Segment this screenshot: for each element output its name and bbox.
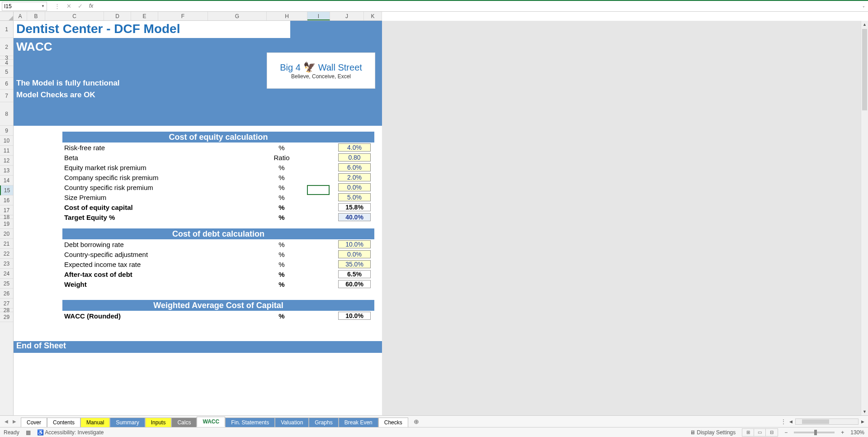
view-page-break-icon[interactable]: ⊟ (766, 429, 778, 436)
sheet-tab-inputs[interactable]: Inputs (145, 418, 172, 427)
sheet-tab-valuation[interactable]: Valuation (275, 418, 309, 427)
row-value[interactable]: 0.0% (338, 183, 371, 191)
row-value[interactable]: 60.0% (338, 280, 371, 288)
row-header-2[interactable]: 2 (0, 38, 13, 56)
scroll-down-icon[interactable]: ▼ (861, 408, 868, 415)
row-header-21[interactable]: 21 (0, 239, 13, 249)
row-header-15[interactable]: 15 (0, 185, 13, 195)
status-ready: Ready (4, 429, 19, 436)
row-label: Country specific risk premium (62, 184, 252, 191)
row-header-7[interactable]: 7 (0, 90, 13, 102)
row-header-6[interactable]: 6 (0, 78, 13, 90)
col-header-J[interactable]: J (330, 12, 364, 20)
row-value[interactable]: 10.0% (338, 240, 371, 248)
row-header-23[interactable]: 23 (0, 259, 13, 269)
scroll-thumb[interactable] (862, 29, 867, 110)
fx-icon[interactable]: fx (89, 3, 93, 10)
row-value[interactable]: 5.0% (338, 193, 371, 201)
row-value[interactable]: 10.0% (338, 312, 371, 320)
row-header-14[interactable]: 14 (0, 176, 13, 185)
zoom-in-icon[interactable]: + (841, 429, 844, 436)
row-header-3[interactable]: 3 (0, 56, 13, 60)
row-value[interactable]: 15.8% (338, 203, 371, 211)
row-header-18[interactable]: 18 (0, 215, 13, 219)
col-header-B[interactable]: B (27, 12, 45, 20)
row-value[interactable]: 35.0% (338, 260, 371, 268)
zoom-slider[interactable] (794, 432, 835, 433)
col-header-D[interactable]: D (104, 12, 131, 20)
formula-expand-icon[interactable]: ⌄ (862, 4, 865, 8)
sheet-tab-checks[interactable]: Checks (378, 418, 408, 427)
sheet-tab-wacc[interactable]: WACC (197, 417, 225, 427)
row-header-10[interactable]: 10 (0, 136, 13, 146)
sheet-tab-fin-statements[interactable]: Fin. Statements (225, 418, 275, 427)
sheet-tab-graphs[interactable]: Graphs (309, 418, 338, 427)
col-header-G[interactable]: G (208, 12, 267, 20)
sheet-tab-summary[interactable]: Summary (110, 418, 145, 427)
row-header-4[interactable]: 4 (0, 60, 13, 66)
status-line-2: Model Checks are OK (14, 90, 98, 100)
row-header-12[interactable]: 12 (0, 156, 13, 166)
data-row: Equity market risk premium%6.0% (62, 162, 374, 172)
data-row: Country-specific adjustment%0.0% (62, 249, 374, 259)
accessibility-status[interactable]: ♿ Accessibility: Investigate (37, 429, 104, 436)
cancel-icon[interactable]: ✕ (66, 3, 71, 10)
row-value[interactable]: 40.0% (338, 213, 371, 221)
confirm-icon[interactable]: ✓ (78, 3, 83, 10)
logo: Big 4 🦅 Wall Street Believe, Conceive, E… (267, 52, 375, 89)
row-value[interactable]: 0.0% (338, 250, 371, 258)
col-header-A[interactable]: A (14, 12, 27, 20)
tab-menu-icon[interactable]: ⋮ (780, 418, 787, 425)
row-header-24[interactable]: 24 (0, 269, 13, 279)
tab-nav-prev-icon[interactable]: ◀ (5, 419, 8, 424)
sheet-tab-cover[interactable]: Cover (21, 418, 47, 427)
row-header-11[interactable]: 11 (0, 146, 13, 156)
spreadsheet-cells[interactable]: Dentist Center - DCF Model WACC The Mode… (14, 21, 861, 415)
display-settings[interactable]: 🖥 Display Settings (690, 429, 736, 436)
sheet-tab-contents[interactable]: Contents (47, 418, 80, 427)
data-row: Weight%60.0% (62, 279, 374, 289)
tab-nav-next-icon[interactable]: ▶ (13, 419, 16, 424)
row-value[interactable]: 6.0% (338, 163, 371, 171)
vertical-scrollbar[interactable]: ▲ ▼ (861, 21, 868, 415)
view-normal-icon[interactable]: ⊞ (742, 429, 754, 436)
row-header-1[interactable]: 1 (0, 21, 13, 38)
row-header-13[interactable]: 13 (0, 166, 13, 176)
col-header-H[interactable]: H (267, 12, 307, 20)
scroll-up-icon[interactable]: ▲ (861, 21, 868, 28)
logo-tagline: Believe, Conceive, Excel (291, 73, 351, 80)
row-value[interactable]: 0.80 (338, 153, 371, 162)
row-header-28[interactable]: 28 (0, 309, 13, 312)
chevron-down-icon[interactable]: ▼ (41, 4, 45, 8)
col-header-K[interactable]: K (364, 12, 382, 20)
row-header-16[interactable]: 16 (0, 195, 13, 205)
col-header-F[interactable]: F (158, 12, 208, 20)
row-header-22[interactable]: 22 (0, 249, 13, 259)
row-header-5[interactable]: 5 (0, 66, 13, 78)
macro-icon[interactable]: ▦ (26, 429, 31, 436)
col-header-I[interactable]: I (307, 12, 330, 20)
row-header-8[interactable]: 8 (0, 102, 13, 126)
zoom-out-icon[interactable]: − (784, 429, 788, 436)
view-page-layout-icon[interactable]: ▭ (754, 429, 766, 436)
name-box[interactable]: I15 ▼ (2, 2, 47, 11)
hscroll-left-icon[interactable]: ◀ (789, 419, 793, 424)
row-header-19[interactable]: 19 (0, 219, 13, 229)
row-header-9[interactable]: 9 (0, 126, 13, 136)
row-header-26[interactable]: 26 (0, 289, 13, 299)
col-header-C[interactable]: C (45, 12, 104, 20)
sheet-tab-calcs[interactable]: Calcs (171, 418, 197, 427)
row-value[interactable]: 4.0% (338, 143, 371, 152)
select-all-corner[interactable] (0, 12, 14, 21)
col-header-E[interactable]: E (131, 12, 158, 20)
sheet-tab-manual[interactable]: Manual (80, 418, 110, 427)
hscroll-right-icon[interactable]: ▶ (861, 419, 864, 424)
sheet-tab-break-even[interactable]: Break Even (339, 418, 378, 427)
row-value[interactable]: 6.5% (338, 270, 371, 278)
add-sheet-icon[interactable]: ⊕ (408, 418, 425, 425)
row-header-29[interactable]: 29 (0, 312, 13, 322)
horizontal-scrollbar[interactable] (795, 418, 859, 425)
row-header-20[interactable]: 20 (0, 229, 13, 239)
row-value[interactable]: 2.0% (338, 173, 371, 181)
row-header-25[interactable]: 25 (0, 279, 13, 289)
